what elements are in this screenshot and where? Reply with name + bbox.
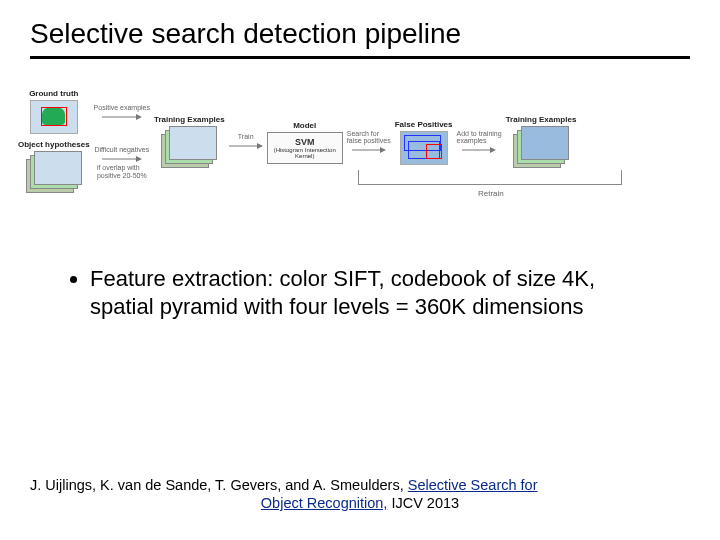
retrain-loop bbox=[358, 184, 622, 185]
retrain-label: Retrain bbox=[478, 189, 504, 198]
model-label: Model bbox=[293, 121, 316, 130]
train-arrow: Train bbox=[229, 133, 263, 151]
title-underline bbox=[30, 56, 690, 59]
citation-tail: IJCV 2013 bbox=[387, 495, 459, 511]
citation-link-b[interactable]: Object Recognition, bbox=[261, 495, 388, 511]
overlap-note: if overlap with positive 20-50% bbox=[97, 164, 147, 179]
training-examples-2-label: Training Examples bbox=[506, 115, 577, 124]
slide-title: Selective search detection pipeline bbox=[0, 0, 720, 56]
svg-marker-9 bbox=[490, 147, 496, 153]
citation-link-a[interactable]: Selective Search for bbox=[408, 477, 538, 493]
ground-truth-label: Ground truth bbox=[29, 89, 78, 98]
training-examples-2-image bbox=[513, 126, 569, 170]
citation: J. Uijlings, K. van de Sande, T. Gevers,… bbox=[30, 476, 690, 512]
citation-authors: J. Uijlings, K. van de Sande, T. Gevers,… bbox=[30, 477, 408, 493]
training-examples-image bbox=[161, 126, 217, 170]
arrow-negative: Difficult negatives if overlap with posi… bbox=[94, 146, 150, 179]
arrow-positive: Positive examples bbox=[94, 104, 150, 122]
svg-marker-5 bbox=[257, 143, 263, 149]
training-examples-label: Training Examples bbox=[154, 115, 225, 124]
svg-marker-3 bbox=[136, 156, 142, 162]
svg-marker-1 bbox=[136, 114, 142, 120]
svg-marker-7 bbox=[380, 147, 386, 153]
hypotheses-stack bbox=[26, 151, 82, 195]
search-arrow: Search for false positives bbox=[347, 130, 391, 155]
pipeline-diagram: Ground truth Object hypotheses Positive … bbox=[18, 89, 702, 195]
model-box: SVM (Histogram Intersection Kernel) bbox=[267, 132, 343, 164]
add-to-training-arrow: Add to training examples bbox=[457, 130, 502, 155]
object-hypotheses-label: Object hypotheses bbox=[18, 140, 90, 149]
false-positives-label: False Positives bbox=[395, 120, 453, 129]
ground-truth-image bbox=[30, 100, 78, 134]
bullet-item: Feature extraction: color SIFT, codebook… bbox=[90, 265, 660, 320]
bullet-list: Feature extraction: color SIFT, codebook… bbox=[60, 265, 660, 320]
false-positives-image bbox=[400, 131, 448, 165]
